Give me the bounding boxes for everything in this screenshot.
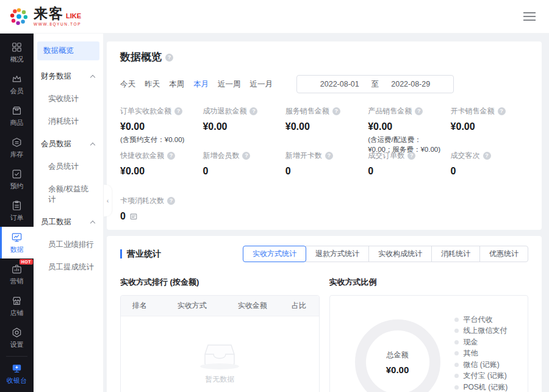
main-content: 数据概览 ? 今天 昨天 本周 本月 近一周 近一月 2022-08-01 至 …: [104, 34, 549, 392]
help-icon[interactable]: ?: [249, 107, 257, 115]
dashboard-icon: [11, 41, 23, 53]
submenu-group-members[interactable]: 会员数据: [34, 133, 103, 155]
tab-consume-stats[interactable]: 消耗统计: [431, 246, 480, 262]
submenu-item-data-overview[interactable]: 数据概览: [37, 41, 99, 60]
top-header: 来客 LIKE WWW.8QYUN.TOP: [0, 0, 549, 34]
stat-value: 0: [120, 211, 126, 222]
help-icon[interactable]: ?: [167, 152, 175, 160]
stat-label: 成功退款金额: [203, 106, 246, 116]
submenu-item-member-stats[interactable]: 会员统计: [34, 155, 103, 178]
sidebar-item-settings[interactable]: 设置: [0, 322, 34, 354]
filter-last-7-days[interactable]: 近一周: [218, 79, 241, 90]
submenu-item-staff-commission[interactable]: 员工提成统计: [34, 256, 103, 279]
tab-discount-stats[interactable]: 优惠统计: [479, 246, 528, 262]
hot-badge: HOT: [20, 259, 33, 265]
help-icon[interactable]: ?: [165, 54, 173, 62]
sidebar-item-orders[interactable]: 订单: [0, 195, 34, 227]
sidebar-item-label: 会员: [10, 87, 24, 96]
submenu-item-consume-stats[interactable]: 消耗统计: [34, 110, 103, 133]
sidebar-item-marketing[interactable]: HOT 营销: [0, 258, 34, 290]
sidebar-item-label: 数据: [10, 245, 24, 254]
help-icon[interactable]: ?: [415, 107, 423, 115]
sidebar-item-goods[interactable]: 商品: [0, 100, 34, 132]
legend-dot-icon: [454, 385, 459, 390]
logo-text: 来客 LIKE WWW.8QYUN.TOP: [34, 7, 81, 27]
sidebar-item-shop[interactable]: 店铺: [0, 290, 34, 322]
sidebar-item-label: 概况: [10, 55, 24, 64]
stat-label: 新增会员数: [203, 151, 239, 161]
stat-product-sales: 产品销售金额? ¥0.00 (含运费/配送费：¥0.00；服务费：¥0.00): [368, 106, 445, 151]
help-icon[interactable]: ?: [242, 152, 250, 160]
help-icon[interactable]: ?: [325, 152, 333, 160]
legend-item[interactable]: POS机 (记账): [454, 382, 508, 392]
records-icon[interactable]: [129, 212, 138, 221]
sidebar-item-data[interactable]: 数据: [0, 227, 34, 258]
tab-income-composition[interactable]: 实收构成统计: [368, 246, 432, 262]
date-separator: 至: [371, 79, 379, 90]
stat-note: (含预约支付：¥0.00): [120, 135, 198, 144]
filter-today[interactable]: 今天: [120, 79, 135, 90]
submenu-group-label: 员工数据: [41, 217, 71, 227]
tab-refund-method[interactable]: 退款方式统计: [306, 246, 369, 262]
panel-title: 实收方式比例: [329, 277, 529, 288]
app-logo[interactable]: 来客 LIKE WWW.8QYUN.TOP: [9, 6, 81, 27]
donut-total-label: 总金额: [387, 350, 409, 360]
legend-dot-icon: [454, 351, 459, 355]
storefront-icon: [11, 295, 23, 307]
submenu-item-income-stats[interactable]: 实收统计: [34, 88, 103, 110]
date-start[interactable]: 2022-08-01: [320, 80, 359, 88]
help-icon[interactable]: ?: [174, 107, 182, 115]
legend-item[interactable]: 支付宝 (记账): [454, 371, 508, 382]
submenu-group-staff[interactable]: 员工数据: [34, 211, 103, 233]
chevron-up-icon: [90, 143, 95, 148]
briefcase-icon: [11, 263, 23, 275]
date-end[interactable]: 2022-08-29: [391, 80, 430, 88]
business-stats-card: 营业统计 实收方式统计 退款方式统计 实收构成统计 消耗统计 优惠统计 实收方式…: [107, 236, 542, 392]
help-icon[interactable]: ?: [498, 107, 506, 115]
filter-yesterday[interactable]: 昨天: [145, 79, 160, 90]
filter-last-30-days[interactable]: 近一月: [250, 79, 273, 90]
legend-item[interactable]: 微信 (记账): [454, 359, 508, 371]
legend-item[interactable]: 现金: [454, 337, 508, 348]
income-ranking-panel: 实收方式排行 (按金额) 排名 实收方式 实收金额 占比: [120, 277, 320, 392]
sidebar-item-cashier[interactable]: 收银台: [0, 358, 34, 390]
stat-new-members: 新增会员数? 0: [203, 151, 280, 196]
brand-name: 来客: [34, 7, 64, 21]
legend-item[interactable]: 平台代收: [454, 314, 508, 326]
sidebar-item-label: 店铺: [10, 308, 24, 318]
sidebar-item-members[interactable]: 会员: [0, 68, 34, 100]
help-icon[interactable]: ?: [407, 152, 415, 160]
legend-item[interactable]: 线上微信支付: [454, 326, 508, 337]
filter-this-week[interactable]: 本周: [169, 79, 184, 90]
sidebar-item-overview[interactable]: 概况: [0, 37, 34, 68]
help-icon[interactable]: ?: [483, 152, 491, 160]
sidebar-item-label: 库存: [10, 150, 24, 159]
submenu-group-finance[interactable]: 财务数据: [34, 65, 103, 88]
stat-value: ¥0.00: [368, 121, 445, 132]
stat-value: 0: [285, 166, 363, 177]
tab-income-method[interactable]: 实收方式统计: [243, 246, 306, 262]
sidebar-item-inventory[interactable]: 库存: [0, 132, 34, 163]
help-icon[interactable]: ?: [332, 107, 340, 115]
stat-service-sales: 服务销售金额? ¥0.00: [285, 106, 363, 151]
cashier-icon: [11, 363, 23, 374]
submenu-item-staff-ranking[interactable]: 员工业绩排行: [34, 233, 103, 256]
stats-tab-group: 实收方式统计 退款方式统计 实收构成统计 消耗统计 优惠统计: [243, 246, 528, 262]
help-icon[interactable]: ?: [167, 197, 175, 205]
filter-this-month[interactable]: 本月: [193, 79, 209, 90]
date-filter-row: 今天 昨天 本周 本月 近一周 近一月 2022-08-01 至 2022-08…: [120, 76, 528, 93]
clipboard-icon: [11, 200, 23, 212]
stat-card-consume-count: 卡项消耗次数? 0: [120, 196, 198, 230]
date-range-picker[interactable]: 2022-08-01 至 2022-08-29: [296, 75, 454, 93]
stat-label: 卡项消耗次数: [120, 196, 164, 206]
stat-label: 新增开卡数: [285, 151, 322, 161]
chart-monitor-icon: [11, 232, 23, 243]
menu-toggle-icon[interactable]: [521, 10, 538, 23]
proportion-chart-box: 总金额 ¥0.00 平台代收 线上微信支付 现金 其他 微信 (记账) 支付宝 …: [329, 295, 529, 392]
sidebar-collapse-handle[interactable]: ‹: [104, 185, 112, 216]
sidebar-item-booking[interactable]: 预约: [0, 163, 34, 195]
legend-item[interactable]: 其他: [454, 348, 508, 360]
warehouse-icon: [11, 137, 23, 148]
primary-sidebar: 概况 会员 商品 库存 预约 订单: [0, 34, 34, 392]
submenu-item-balance-stats[interactable]: 余额/权益统计: [34, 178, 103, 211]
